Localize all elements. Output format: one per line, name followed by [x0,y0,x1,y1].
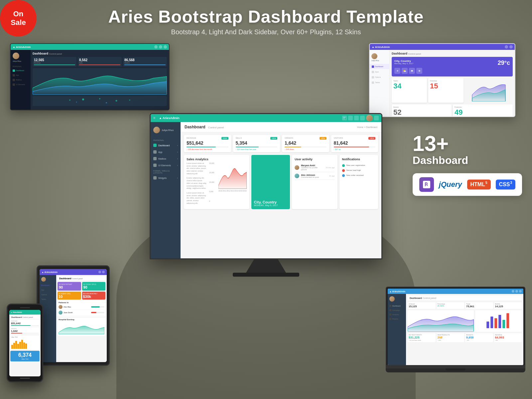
phone-chart-label: After TAX [11,336,39,338]
features-value: 49 [455,108,511,117]
phone-bottom-value: 6,374 [12,352,38,358]
dark-topbar: ▲ AriesAdmin [11,44,169,50]
bookmark-icon[interactable] [360,116,365,120]
tablet-body-wrap: ▲ AriesAdmin Dashboard App Options Table… [37,265,110,366]
tablet-sidebar-item[interactable]: Dashboard [40,284,56,288]
sidebar-dashboard-label: Dashboard [158,144,170,147]
lbc-sublabel: ↑ 5% from last month [409,339,435,341]
visitors-progress-bar [334,147,369,147]
patient-avatar [59,305,63,309]
bar [11,345,13,349]
dark-sidebar-mailbox[interactable]: Mailbox [11,77,31,82]
breadcrumb: Home > Dashboard [357,126,377,128]
city-name: City, Country [254,200,287,204]
light-sidebar-tables[interactable]: Tables [370,80,389,85]
patient-bar [91,306,100,308]
patients-table: Patients In Alex Blac Jane Smith [58,301,105,317]
user-avatar[interactable] [366,115,373,121]
tablet-stats: 90 NEW PATIENT 90 90 TODAY OPLS. 90 [58,282,105,291]
sells-badge: View [270,137,277,140]
dark-stat-label: Revenue [34,62,75,64]
tablet-icon [102,271,105,273]
dashboard-body: Juliya Rhus PERSONAL Dashboard › App › [151,122,381,258]
activity-info-2: Alex Johnson Commented on post [301,174,328,178]
search-icon[interactable]: 🔍 [342,116,347,120]
svg-rect-10 [498,315,501,328]
dark-stat-value: 12,565 [34,58,75,62]
laptop-base [386,368,525,372]
dark-sidebar-dashboard[interactable]: Dashboard [11,68,31,73]
tablet-stat-label: 90 NEW PATIENT [59,283,80,285]
stat-sells-label: SELLS View [236,137,278,140]
laptop-body: Dashboard Campaign Analytics Reports [388,294,523,365]
y-axis: 20,000 15,000 10,000 5,000 0 [209,162,214,202]
table-row: Alex Blac [59,304,104,310]
laptop-sidebar-item[interactable]: Campaign [388,308,406,312]
light-sidebar-apps[interactable]: Apps [370,69,389,74]
patient-avatar [59,311,63,315]
chart-row: Sales Analytics Lorem ipsum dolor sit am… [181,155,381,212]
email-icon[interactable] [348,116,353,120]
campaign-stats: Achieved 15,125 Percentage 25.50% Target… [408,302,522,309]
jquery-badge: jQuery [439,180,462,189]
dark-sidebar-label: Mailbox [16,79,22,81]
monitor-base [233,273,299,277]
svg-point-0 [69,99,70,101]
dark-stat-label: Sells [79,62,120,64]
tablet-sidebar-item[interactable]: App [40,288,56,293]
menu-icon[interactable]: ☰ [153,117,155,119]
light-sidebar-dashboard[interactable]: Dashboard [370,64,389,69]
light-options-icon [372,76,374,78]
tech-badges: jQuery HTML 5 CSS 3 [413,173,522,196]
dark-sidebar-ui[interactable]: UI Elements [11,82,31,87]
sidebar-avatar [153,127,160,133]
laptop-sidebar-item[interactable]: Analytics [388,312,406,317]
sidebar-item-ui[interactable]: UI Elements › [151,162,181,169]
laptop-topbar: ▲ AriesAdmin [388,289,523,294]
tablet-stat-value: 90 [59,285,80,289]
stat-visitors: VISITORS View 81,642 ↑ 537 up [331,135,378,152]
svg-point-5 [76,102,77,103]
tablet-sidebar-item[interactable]: Options [40,293,56,298]
light-apps-icon [372,71,374,73]
tablet-topbar: ▲ AriesAdmin [40,269,107,275]
tablet-sidebar-item[interactable]: Tables [40,298,56,302]
laptop-icon-sm [389,309,391,311]
laptop-sidebar-item[interactable]: Reports [388,317,406,321]
light-sidebar-options[interactable]: Options [370,74,389,80]
sells-value: 5,354 [236,140,278,146]
sells-note: ↑ 224 more than last year [236,148,278,150]
dark-stat-value: 86,568 [124,58,166,62]
dark-user-avatar [13,53,19,59]
sidebar-item-app[interactable]: App › [151,149,181,155]
phone-bar-chart [11,339,39,349]
sidebar-item-dashboard[interactable]: Dashboard › [151,142,181,149]
campaign-stat-2: Percentage 25.50% [437,302,465,309]
tablet-stat-value: $30k [83,295,105,299]
sidebar-item-widgets[interactable]: Widgets › [151,175,181,181]
sidebar-item-mailbox[interactable]: Mailbox › [151,155,181,162]
phone-bottom-label: After TAX [12,358,38,360]
patient-bar-wrap [91,312,104,313]
laptop-icon-sm [389,305,391,307]
stat-orders: ORDERS View 1,642 ↓ 548 down [282,135,329,152]
laptop-icon-sm [389,314,391,316]
tablet-stat-value: 90 [83,285,104,289]
svg-point-4 [129,99,130,101]
lbc-new-products: NEW PRODUCTS 268 ↑ 12% [437,333,465,342]
bell-icon[interactable] [354,116,359,120]
table-title: Patients In [59,302,104,304]
patient-name: Alex Blac [64,306,90,308]
settings-icon[interactable] [374,116,379,120]
sidebar-section-forms: FORMS, TABLE & LAYOUTS [151,169,181,175]
laptop-icon [512,290,514,293]
bootstrap-icon [422,180,431,189]
dark-body: Juliya Rhus PERSONAL Dashboard App Mailb… [11,50,169,110]
laptop-sidebar-item[interactable]: Dashboard [388,304,406,308]
snow-icon: ❄ [416,68,422,74]
light-user-name: Juliya Rhus [371,60,388,62]
dark-sidebar-app[interactable]: App [11,73,31,77]
ps-revenue-value: $51,642 [11,322,39,325]
x-axis: 2010201120122013201420152016 [218,190,247,192]
bar [19,342,21,349]
